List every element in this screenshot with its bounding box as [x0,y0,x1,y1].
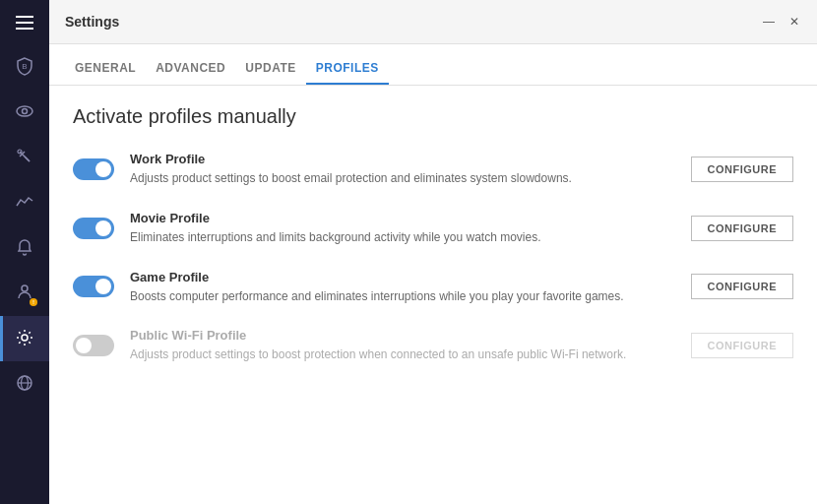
main-area: Settings — ✕ GENERAL ADVANCED UPDATE PRO… [49,0,817,504]
sidebar-item-eye[interactable] [0,90,49,135]
sidebar-item-graph[interactable] [0,180,49,225]
bell-icon [15,237,34,260]
profile-desc-wifi: Adjusts product settings to boost protec… [130,346,642,363]
globe-icon [15,373,34,396]
shield-icon: B [15,56,34,79]
title-bar: Settings — ✕ [49,0,817,44]
toggle-wifi[interactable] [73,335,114,356]
sidebar-item-tools[interactable] [0,135,49,180]
tab-profiles[interactable]: PROFILES [306,44,389,85]
profile-desc-game: Boosts computer performance and eliminat… [130,288,642,305]
profile-row-movie: Movie Profile Eliminates interruptions a… [73,211,793,246]
profile-row-wifi: Public Wi-Fi Profile Adjusts product set… [73,328,793,363]
tabs-bar: GENERAL ADVANCED UPDATE PROFILES [49,44,817,86]
svg-point-7 [22,285,28,291]
tab-advanced[interactable]: ADVANCED [146,44,235,85]
graph-icon [15,192,34,215]
window-controls: — ✕ [762,15,801,29]
svg-point-1 [17,106,32,116]
svg-point-2 [23,108,28,113]
close-button[interactable]: ✕ [787,15,801,29]
tab-general[interactable]: GENERAL [65,44,146,85]
profile-name-work: Work Profile [130,152,675,166]
toggle-game[interactable] [73,276,114,297]
profile-info-work: Work Profile Adjusts product settings to… [130,152,675,187]
profile-info-game: Game Profile Boosts computer performance… [130,270,675,305]
content-area: Activate profiles manually Work Profile … [49,86,817,504]
profile-desc-movie: Eliminates interruptions and limits back… [130,229,642,246]
minimize-button[interactable]: — [762,15,776,29]
eye-icon [15,101,34,124]
profile-name-wifi: Public Wi-Fi Profile [130,328,675,343]
window-title: Settings [65,14,119,30]
configure-work-button[interactable]: CONFIGURE [691,157,794,182]
sidebar-item-globe[interactable] [0,361,49,407]
toggle-movie[interactable] [73,218,114,239]
sidebar-item-shield[interactable]: B [0,44,49,90]
svg-text:B: B [22,62,27,71]
profile-name-movie: Movie Profile [130,211,675,225]
configure-game-button[interactable]: CONFIGURE [691,274,794,299]
user-warning-icon: ! [15,282,34,305]
profile-info-wifi: Public Wi-Fi Profile Adjusts product set… [130,328,675,363]
sidebar: B [0,0,49,504]
tools-icon [15,147,34,169]
sidebar-item-user-warning[interactable]: ! [0,271,49,316]
sidebar-menu-btn[interactable] [0,0,49,44]
sidebar-item-bell[interactable] [0,225,49,271]
profile-row-game: Game Profile Boosts computer performance… [73,270,793,305]
profile-row-work: Work Profile Adjusts product settings to… [73,152,793,187]
configure-movie-button[interactable]: CONFIGURE [691,216,794,241]
profile-info-movie: Movie Profile Eliminates interruptions a… [130,211,675,246]
svg-line-5 [25,157,30,161]
sidebar-item-gear[interactable] [0,316,49,361]
profile-desc-work: Adjusts product settings to boost email … [130,170,642,187]
section-title: Activate profiles manually [73,105,793,128]
profile-name-game: Game Profile [130,270,675,284]
tab-update[interactable]: UPDATE [235,44,305,85]
toggle-work[interactable] [73,158,114,180]
hamburger-icon [16,16,33,30]
svg-point-8 [22,335,28,341]
configure-wifi-button[interactable]: CONFIGURE [691,333,794,358]
gear-icon [15,328,34,350]
